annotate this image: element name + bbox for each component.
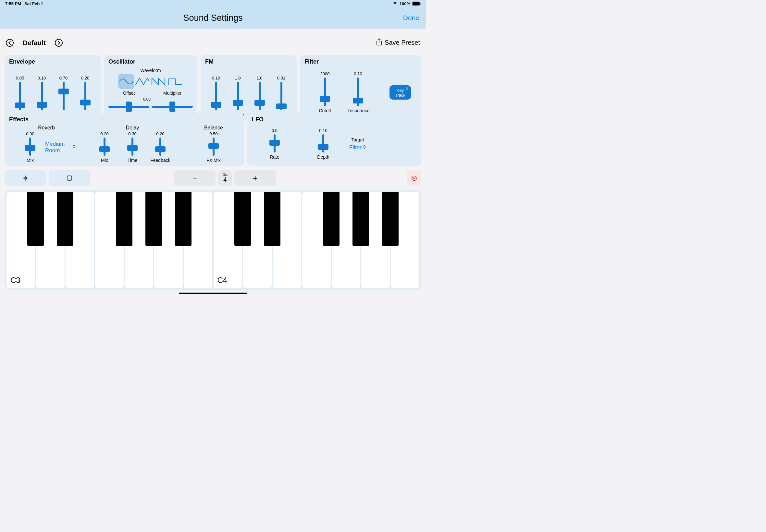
slider-lfo-depth[interactable]: 0.10 Depth [310,128,336,160]
slider-cutoff[interactable]: 2000 Cutoff [310,71,339,113]
slider-fx-mix[interactable]: 0.50 FX Mix [201,131,226,163]
slider-fm-amount[interactable]: 0.10 Amount [206,76,226,117]
wifi-icon [393,1,398,6]
key-track-indicator-icon [406,87,408,90]
black-key[interactable] [57,192,73,246]
slider-attack[interactable]: 0.05 Attack [10,76,30,117]
waveform-square[interactable] [167,74,183,89]
preset-name: Default [23,39,46,47]
slider-delay-mix[interactable]: 0.20 Mix [91,131,117,163]
waveform-triangle[interactable] [134,74,151,89]
tool-button-1[interactable] [5,170,46,186]
slider-decay[interactable]: 0.10 Decay [31,76,52,117]
slider-delay-feedback[interactable]: 0.20 Feedback [147,131,173,163]
next-preset-button[interactable] [55,39,63,47]
svg-rect-3 [420,3,421,5]
oscillator-title: Oscillator [108,58,193,65]
reverb-room-select[interactable]: Medium Room [45,141,76,153]
slider-resonance[interactable]: 0.10 Resonance [343,71,372,113]
panel-lfo: LFO 0.5 Rate 0.10 Depth Target Filter [247,113,421,166]
slider-fm-noise[interactable]: 0.01 Noise [271,76,292,117]
black-key[interactable] [323,192,339,246]
panel-filter: Filter 2000 Cutoff 0.10 Resonance Key Tr… [300,55,421,121]
battery-icon [412,2,421,6]
status-time: 7:55 PM [5,1,21,6]
black-key[interactable] [352,192,369,246]
filter-title: Filter [304,58,417,65]
octave-down-button[interactable]: − [174,170,215,186]
slider-delay-time[interactable]: 0.30 Time [119,131,145,163]
envelope-title: Envelope [9,58,96,65]
black-key[interactable] [264,192,280,246]
octave-up-button[interactable]: + [234,170,276,186]
black-key[interactable] [27,192,44,246]
chevron-updown-icon [363,144,366,151]
lfo-target-label: Target [351,137,364,142]
black-key[interactable] [175,192,191,246]
lfo-target-select[interactable]: Filter [349,144,366,151]
panel-oscillator: Oscillator Waveform Offset [104,55,197,121]
slider-sustain[interactable]: 0.70 Sustain [53,76,74,117]
effects-reverb-group: Reverb 0.30 Mix Medium Room [9,125,84,163]
octave-display: Oct 4 [218,170,232,186]
tool-button-2[interactable] [49,170,90,186]
effects-title: Effects [9,116,239,123]
lfo-title: LFO [252,116,417,123]
chevron-updown-icon [72,144,76,151]
key-track-button[interactable]: Key Track [390,85,411,100]
status-bar: 7:55 PM Sat Feb 1 100% [0,0,426,7]
slider-fm-modulator[interactable]: 1.0 Modulator [249,76,270,117]
save-preset-button[interactable]: Save Preset [376,38,420,47]
waveform-sine[interactable] [118,74,134,89]
prev-preset-button[interactable] [6,39,14,47]
black-key[interactable] [234,192,251,246]
panel-fm: FM 0.10 Amount 1.0 Carrier 1.0 Modulator… [201,55,297,121]
slider-reverb-mix[interactable]: 0.30 Mix [17,131,43,163]
toolbar: − Oct 4 + [5,170,421,186]
home-indicator-icon [179,293,247,294]
save-preset-label: Save Preset [385,39,420,46]
waveform-label: Waveform [140,68,161,73]
status-battery-pct: 100% [400,1,410,6]
reset-button[interactable] [407,170,421,186]
svg-point-0 [395,4,395,5]
black-key[interactable] [145,192,162,246]
panel-envelope: Envelope 0.05 Attack 0.10 Decay 0.70 Sus… [5,55,101,121]
black-key[interactable] [116,192,132,246]
effects-balance-group: Balance 0.50 FX Mix [188,125,239,163]
share-icon [376,38,382,47]
black-key[interactable] [382,192,399,246]
slider-lfo-rate[interactable]: 0.5 Rate [261,128,287,160]
svg-rect-2 [413,2,419,5]
page-title: Sound Settings [183,13,242,23]
slider-fm-carrier[interactable]: 1.0 Carrier [227,76,248,117]
fm-title: FM [205,58,292,65]
slider-release[interactable]: 0.20 Release [75,76,96,117]
done-button[interactable]: Done [403,14,420,22]
panel-effects: Effects Reverb 0.30 Mix Medium Room [5,113,244,166]
keyboard: C3C4 [5,190,421,290]
header-bar: Sound Settings Done [0,7,426,29]
preset-row: Default Save Preset [0,34,426,51]
status-date: Sat Feb 1 [24,1,43,6]
waveform-saw[interactable] [151,74,167,89]
effects-delay-group: Delay 0.20 Mix 0.30 Time 0.20 [87,125,178,163]
